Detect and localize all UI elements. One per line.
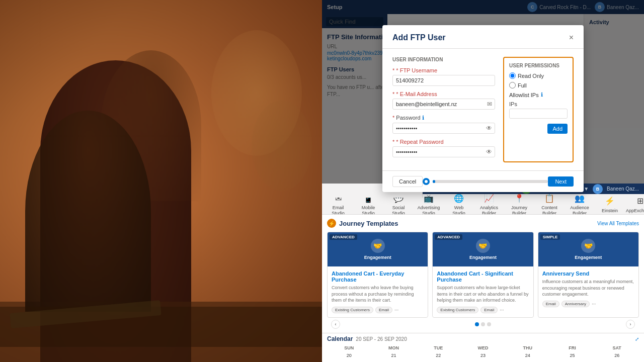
web-studio-tool[interactable]: 🌐 WebStudio xyxy=(448,194,470,215)
carousel-prev-button[interactable]: ‹ xyxy=(331,320,340,329)
tag-email-2[interactable]: Email xyxy=(480,307,498,313)
template-eng-label-1: Engagement xyxy=(364,255,391,260)
cancel-button[interactable]: Cancel xyxy=(392,176,423,187)
add-ftp-modal: Add FTP User × USER INFORMATION * * FTP … xyxy=(382,25,584,192)
template-name-3[interactable]: Anniversary Send xyxy=(542,270,634,277)
template-tags-2: Existing Customers Email ··· xyxy=(437,307,529,313)
template-tags-3: Email Anniversary ··· xyxy=(542,301,634,307)
cal-header-fri: FRI xyxy=(550,344,595,351)
advertising-studio-label: AdvertisingStudio xyxy=(418,205,440,215)
calendar-title: Calendar xyxy=(327,335,353,342)
web-studio-label: WebStudio xyxy=(452,205,465,215)
templates-row: ADVANCED 🤝 Engagement Abandoned Cart - E… xyxy=(327,232,639,318)
carousel-dot-2[interactable] xyxy=(481,322,485,326)
web-studio-icon: 🌐 xyxy=(453,194,465,204)
tag-anniversary-3[interactable]: Anniversary xyxy=(561,301,590,307)
view-all-templates-link[interactable]: View All Templates xyxy=(597,221,639,226)
password-toggle-icon[interactable]: 👁 xyxy=(486,125,492,132)
carousel-dot-1[interactable] xyxy=(475,322,479,326)
content-builder-icon: 📋 xyxy=(543,194,555,204)
content-builder-tool[interactable]: 📋 ContentBuilder xyxy=(538,194,560,215)
ips-input[interactable] xyxy=(509,109,568,119)
cal-day-26[interactable]: 26 xyxy=(595,352,639,360)
full-radio[interactable]: Full xyxy=(509,82,568,88)
allowlist-label: Allowlist IPs xyxy=(509,92,539,98)
repeat-password-toggle-icon[interactable]: 👁 xyxy=(486,148,492,155)
template-card-top-3: SIMPLE 🤝 Engagement xyxy=(538,232,638,266)
repeat-password-input[interactable] xyxy=(392,146,495,157)
progress-bar xyxy=(433,180,548,183)
mobile-studio-label: MobileStudio xyxy=(362,205,375,215)
add-ip-button[interactable]: Add xyxy=(547,124,568,134)
user-permissions-title: USER PERMISSIONS xyxy=(509,63,568,68)
tag-more-2[interactable]: ··· xyxy=(500,307,504,313)
template-card-2: ADVANCED 🤝 Engagement Abandoned Cart - S… xyxy=(432,232,533,318)
ftp-username-input[interactable] xyxy=(392,75,495,86)
template-card-top-1: ADVANCED 🤝 Engagement xyxy=(328,232,428,266)
next-button[interactable]: Next xyxy=(548,176,574,187)
allowlist-info-icon[interactable]: ℹ xyxy=(541,92,543,98)
appexchange-tool[interactable]: ⊞ AppExchange xyxy=(629,195,644,214)
cal-day-23[interactable]: 23 xyxy=(461,352,505,360)
cal-day-21[interactable]: 21 xyxy=(372,352,416,360)
template-badge-1: ADVANCED xyxy=(330,234,357,240)
tag-existing-customers-2[interactable]: Existing Customers xyxy=(437,307,478,313)
journey-section-icon: ⚡ xyxy=(327,219,336,228)
progress-bar-container xyxy=(423,178,548,185)
mc-user-avatar: B xyxy=(593,184,603,194)
tag-email-3[interactable]: Email xyxy=(542,301,559,307)
modal-close-button[interactable]: × xyxy=(569,33,574,42)
appexchange-label: AppExchange xyxy=(626,208,644,214)
calendar-expand-button[interactable]: ⤢ xyxy=(635,336,639,342)
template-eng-icon-1: 🤝 xyxy=(371,239,385,253)
tag-more-1[interactable]: ··· xyxy=(394,307,398,313)
cal-header-thu: THU xyxy=(506,344,550,351)
background-photo xyxy=(0,0,322,362)
cal-day-20[interactable]: 20 xyxy=(327,352,371,360)
cal-day-24[interactable]: 24 xyxy=(506,352,550,360)
progress-step-indicator xyxy=(423,178,430,185)
journey-builder-icon: 📍 xyxy=(513,194,525,204)
tag-existing-customers-1[interactable]: Existing Customers xyxy=(332,307,373,313)
carousel-controls: ‹ › xyxy=(327,318,639,331)
journey-builder-label: JourneyBuilder xyxy=(511,205,527,215)
carousel-dots xyxy=(475,322,491,326)
carousel-next-button[interactable]: › xyxy=(626,320,635,329)
calendar-date-range: 20 SEP - 26 SEP 2020 xyxy=(356,336,407,342)
template-card-1: ADVANCED 🤝 Engagement Abandoned Cart - E… xyxy=(327,232,428,318)
cal-day-22[interactable]: 22 xyxy=(416,352,460,360)
template-desc-3: Influence customers at a meaningful mome… xyxy=(542,279,634,298)
cal-header-sat: SAT xyxy=(595,344,639,351)
email-input[interactable] xyxy=(392,99,495,110)
audience-builder-tool[interactable]: 👥 AudienceBuilder xyxy=(569,194,591,215)
content-builder-label: ContentBuilder xyxy=(541,205,557,215)
cal-header-mon: MON xyxy=(372,344,416,351)
repeat-password-label: * * Repeat Password xyxy=(392,139,495,145)
calendar-grid: SUN MON TUE WED THU FRI SAT 20 21 22 23 … xyxy=(327,344,639,360)
template-name-1[interactable]: Abandoned Cart - Everyday Purchase xyxy=(332,270,424,283)
tag-more-3[interactable]: ··· xyxy=(592,301,596,307)
analytics-builder-label: AnalyticsBuilder xyxy=(480,205,498,215)
appexchange-icon: ⊞ xyxy=(634,195,644,207)
template-desc-1: Convert customers who leave the buying p… xyxy=(332,285,424,304)
advertising-studio-icon: 📺 xyxy=(423,194,435,204)
cal-day-25[interactable]: 25 xyxy=(550,352,595,360)
mc-username[interactable]: Baneen Qaz... xyxy=(607,186,639,192)
social-studio-label: SocialStudio xyxy=(392,205,405,215)
ips-label: IPs xyxy=(509,101,568,107)
einstein-icon: ⚡ xyxy=(604,195,616,207)
carousel-dot-3[interactable] xyxy=(487,322,491,326)
audience-builder-icon: 👥 xyxy=(574,194,586,204)
cal-header-sun: SUN xyxy=(327,344,371,351)
journey-builder-tool[interactable]: 📍 JourneyBuilder xyxy=(508,194,530,215)
analytics-builder-tool[interactable]: 📈 AnalyticsBuilder xyxy=(478,194,500,215)
tag-email-1[interactable]: Email xyxy=(375,307,392,313)
calendar-section: Calendar 20 SEP - 26 SEP 2020 ⤢ SUN MON … xyxy=(322,333,644,362)
template-card-top-2: ADVANCED 🤝 Engagement xyxy=(433,232,533,266)
einstein-tool[interactable]: ⚡ Einstein xyxy=(599,195,621,214)
read-only-radio[interactable]: Read Only xyxy=(509,72,568,79)
analytics-builder-icon: 📈 xyxy=(483,194,495,204)
template-name-2[interactable]: Abandoned Cart - Significant Purchase xyxy=(437,270,529,283)
template-eng-label-2: Engagement xyxy=(469,255,497,260)
password-input[interactable] xyxy=(392,123,495,134)
